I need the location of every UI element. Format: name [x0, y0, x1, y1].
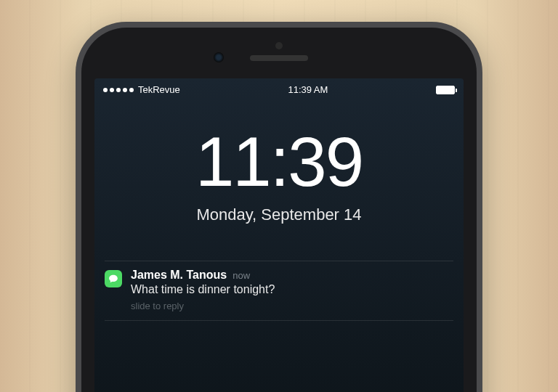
notification-message: What time is dinner tonight?	[131, 283, 453, 296]
carrier-label: TekRevue	[138, 84, 180, 95]
slide-to-reply-hint: slide to reply	[131, 301, 453, 311]
earpiece-speaker	[250, 55, 308, 61]
iphone-bezel: TekRevue 11:39 AM 11:39 Monday, Septembe…	[81, 28, 477, 392]
notification-header: James M. Tanous now	[131, 269, 453, 282]
status-bar-right	[436, 86, 455, 94]
proximity-sensor	[275, 42, 283, 49]
status-bar-left: TekRevue	[103, 84, 180, 95]
clock-area: 11:39 Monday, September 14	[94, 127, 464, 224]
notification-card[interactable]: James M. Tanous now What time is dinner …	[105, 261, 453, 321]
lock-screen-date: Monday, September 14	[94, 205, 464, 224]
iphone-device: TekRevue 11:39 AM 11:39 Monday, Septembe…	[76, 22, 482, 392]
notification-body: James M. Tanous now What time is dinner …	[131, 269, 453, 311]
notification-sender: James M. Tanous	[131, 269, 227, 282]
front-camera	[214, 52, 224, 62]
messages-icon	[105, 270, 122, 287]
status-bar-time: 11:39 AM	[288, 84, 328, 95]
battery-icon	[436, 86, 455, 94]
lock-screen[interactable]: TekRevue 11:39 AM 11:39 Monday, Septembe…	[94, 78, 464, 392]
signal-strength-icon	[103, 88, 134, 92]
lock-screen-time: 11:39	[94, 127, 464, 197]
notification-timestamp: now	[232, 270, 250, 281]
status-bar: TekRevue 11:39 AM	[94, 78, 464, 98]
